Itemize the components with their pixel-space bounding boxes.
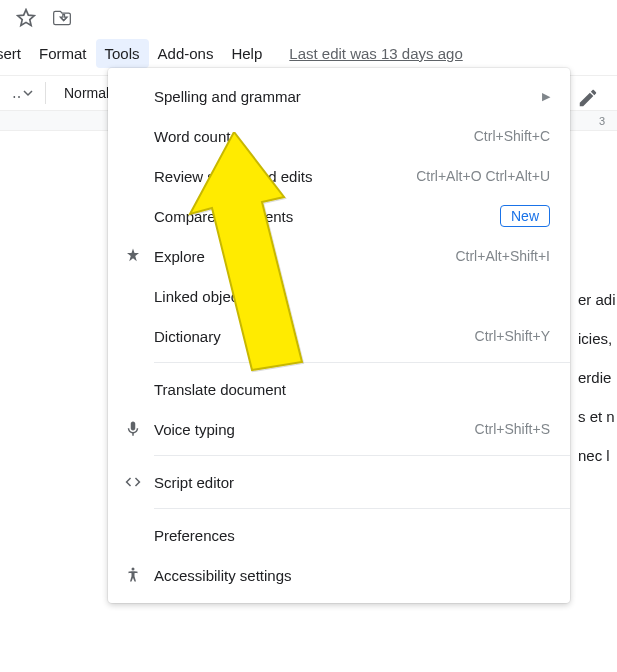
menu-item-accessibility-settings[interactable]: Accessibility settings [108, 555, 570, 595]
menu-shortcut: Ctrl+Shift+Y [475, 328, 550, 344]
last-edit-link[interactable]: Last edit was 13 days ago [289, 45, 462, 62]
explore-icon [120, 247, 146, 265]
menu-insert[interactable]: sert [0, 39, 30, 68]
menu-item-review-suggested-edits[interactable]: Review suggested editsCtrl+Alt+O Ctrl+Al… [108, 156, 570, 196]
menu-addons[interactable]: Add-ons [149, 39, 223, 68]
tools-dropdown: Spelling and grammar▶Word countCtrl+Shif… [108, 68, 570, 603]
menu-item-label: Review suggested edits [154, 168, 416, 185]
menu-divider [154, 508, 570, 509]
menu-shortcut: Ctrl+Alt+Shift+I [455, 248, 550, 264]
text-fragment: er adi [578, 280, 617, 319]
menu-item-label: Translate document [154, 381, 550, 398]
menu-shortcut: Ctrl+Alt+O Ctrl+Alt+U [416, 168, 550, 184]
menu-item-explore[interactable]: ExploreCtrl+Alt+Shift+I [108, 236, 570, 276]
toolbar-more[interactable]: ‥ [8, 85, 37, 101]
submenu-arrow-icon: ▶ [542, 90, 550, 103]
menu-divider [154, 362, 570, 363]
menu-divider [154, 455, 570, 456]
menu-item-label: Script editor [154, 474, 550, 491]
move-folder-icon[interactable] [52, 8, 72, 31]
text-fragment: icies, [578, 319, 617, 358]
edit-mode-icon[interactable] [577, 87, 599, 109]
menu-item-translate-document[interactable]: Translate document [108, 369, 570, 409]
menu-item-label: Dictionary [154, 328, 475, 345]
svg-point-0 [132, 568, 135, 571]
new-badge: New [500, 205, 550, 227]
text-fragment: erdie [578, 358, 617, 397]
document-body-fragment: er adiicies,erdies et nnec l [578, 280, 617, 475]
accessibility-icon [120, 566, 146, 584]
ruler-mark: 3 [599, 115, 605, 127]
menu-item-label: Compare documents [154, 208, 500, 225]
menu-item-compare-documents[interactable]: Compare documentsNew [108, 196, 570, 236]
mic-icon [120, 420, 146, 438]
menu-format[interactable]: Format [30, 39, 96, 68]
menu-item-spelling-and-grammar[interactable]: Spelling and grammar▶ [108, 76, 570, 116]
star-icon[interactable] [16, 8, 36, 31]
menu-item-label: Preferences [154, 527, 550, 544]
menu-shortcut: Ctrl+Shift+C [474, 128, 550, 144]
text-fragment: s et n [578, 397, 617, 436]
menu-help[interactable]: Help [222, 39, 271, 68]
menu-item-label: Accessibility settings [154, 567, 550, 584]
menu-item-word-count[interactable]: Word countCtrl+Shift+C [108, 116, 570, 156]
menu-item-script-editor[interactable]: Script editor [108, 462, 570, 502]
menu-item-label: Linked objects [154, 288, 550, 305]
menu-item-label: Explore [154, 248, 455, 265]
menu-shortcut: Ctrl+Shift+S [475, 421, 550, 437]
text-fragment: nec l [578, 436, 617, 475]
code-icon [120, 473, 146, 491]
menu-item-linked-objects[interactable]: Linked objects [108, 276, 570, 316]
menu-item-label: Spelling and grammar [154, 88, 532, 105]
menu-item-label: Word count [154, 128, 474, 145]
menu-item-preferences[interactable]: Preferences [108, 515, 570, 555]
menu-item-label: Voice typing [154, 421, 475, 438]
menu-item-voice-typing[interactable]: Voice typingCtrl+Shift+S [108, 409, 570, 449]
menu-tools[interactable]: Tools [96, 39, 149, 68]
menu-item-dictionary[interactable]: DictionaryCtrl+Shift+Y [108, 316, 570, 356]
